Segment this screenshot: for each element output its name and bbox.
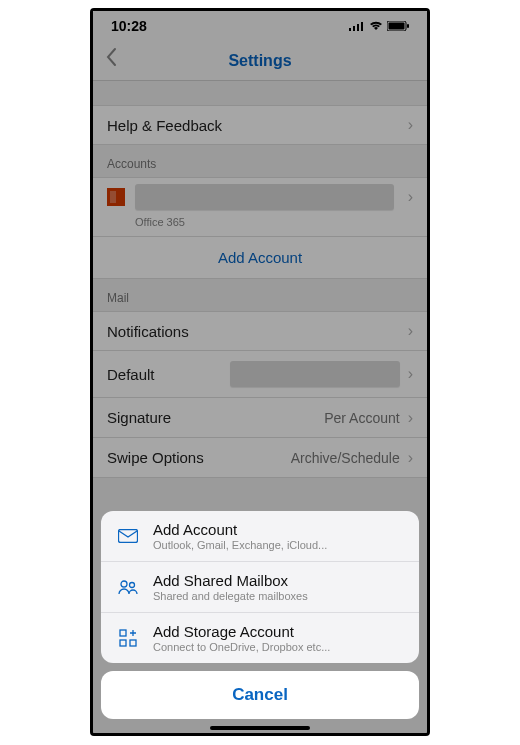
sheet-item-sub: Outlook, Gmail, Exchange, iCloud... [153,539,327,551]
phone-screen: 10:28 Settings Help & Feedback › Account… [90,8,430,736]
svg-point-8 [121,581,127,587]
grid-plus-icon [115,629,141,647]
sheet-item-title: Add Shared Mailbox [153,572,308,589]
action-sheet-group: Add Account Outlook, Gmail, Exchange, iC… [101,511,419,663]
cancel-button[interactable]: Cancel [101,671,419,719]
home-indicator[interactable] [210,726,310,730]
sheet-item-sub: Shared and delegate mailboxes [153,590,308,602]
sheet-item-title: Add Account [153,521,327,538]
add-account-item[interactable]: Add Account Outlook, Gmail, Exchange, iC… [101,511,419,562]
sheet-item-title: Add Storage Account [153,623,330,640]
svg-point-9 [130,583,135,588]
people-icon [115,579,141,595]
svg-rect-12 [130,640,136,646]
action-sheet: Add Account Outlook, Gmail, Exchange, iC… [101,511,419,719]
mail-icon [115,529,141,543]
svg-rect-10 [120,630,126,636]
add-shared-mailbox-item[interactable]: Add Shared Mailbox Shared and delegate m… [101,562,419,613]
svg-rect-7 [119,530,138,543]
svg-rect-11 [120,640,126,646]
add-storage-account-item[interactable]: Add Storage Account Connect to OneDrive,… [101,613,419,663]
sheet-item-sub: Connect to OneDrive, Dropbox etc... [153,641,330,653]
